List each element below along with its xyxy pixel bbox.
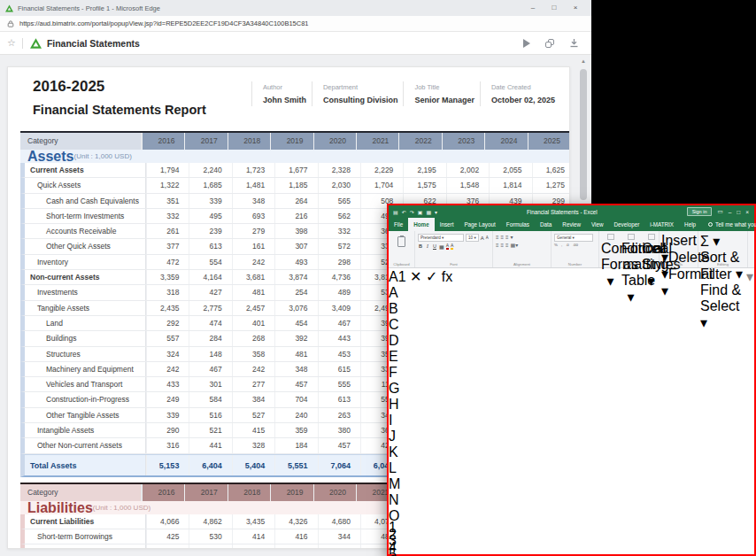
- comma-style-icon[interactable]: ,: [561, 243, 562, 247]
- cancel-entry-icon[interactable]: ✕: [410, 269, 421, 284]
- align-bottom-icon[interactable]: ≡: [505, 234, 509, 241]
- confirm-entry-icon[interactable]: ✓: [426, 269, 437, 284]
- row-header-2[interactable]: 2: [389, 531, 754, 538]
- tell-me-box[interactable]: Tell me what you want to do: [708, 218, 756, 231]
- value-cell: 489: [318, 285, 360, 299]
- shrink-font-icon[interactable]: A: [486, 236, 489, 240]
- close-icon[interactable]: ×: [565, 0, 586, 16]
- column-header-H[interactable]: H: [389, 397, 414, 413]
- excel-titlebar: ▤↶↷▣▦▾ Financial Statements - Excel Sign…: [389, 205, 754, 218]
- run-report-button[interactable]: [523, 39, 530, 48]
- save-icon[interactable]: ▤: [393, 209, 398, 215]
- ribbon-tab-page-layout[interactable]: Page Layout: [459, 218, 500, 231]
- ribbon-tab-file[interactable]: File: [389, 218, 408, 231]
- merge-center-icon[interactable]: ▦▾: [511, 242, 519, 249]
- percent-style-icon[interactable]: %: [554, 243, 558, 247]
- cells-group: Insert ▾Delete ▾Format ▾Cells: [660, 231, 698, 267]
- scroll-up-icon[interactable]: ▲: [579, 57, 588, 66]
- insert-function-icon[interactable]: fx: [442, 269, 452, 284]
- row-header-5[interactable]: 5: [389, 551, 754, 556]
- column-header-F[interactable]: F: [389, 365, 414, 381]
- font-size-select[interactable]: 10 ▾: [466, 234, 479, 242]
- find-select-button[interactable]: Find & Select ▾: [700, 282, 745, 331]
- redo-icon[interactable]: ↷: [410, 209, 414, 215]
- align-left-icon[interactable]: ≡: [496, 242, 499, 249]
- increase-decimal-icon[interactable]: .0: [566, 243, 569, 247]
- column-header-I[interactable]: I: [389, 413, 414, 429]
- column-header-C[interactable]: C: [389, 317, 392, 333]
- align-top-icon[interactable]: ≡: [496, 234, 499, 241]
- minimize-icon[interactable]: –: [522, 0, 544, 16]
- column-header-B[interactable]: B: [389, 301, 392, 317]
- decrease-decimal-icon[interactable]: .00: [573, 243, 578, 247]
- align-center-icon[interactable]: ≡: [501, 242, 505, 249]
- value-cell: 4,066: [146, 514, 189, 529]
- value-cell: 3,409: [318, 301, 360, 315]
- value-cell: 339: [189, 194, 231, 208]
- autosum-button[interactable]: Σ ▾: [700, 233, 745, 250]
- fill-color-icon[interactable]: A: [446, 243, 449, 250]
- ribbon-tab-developer[interactable]: Developer: [609, 218, 645, 231]
- ribbon-display-options-icon[interactable]: ▭: [717, 208, 722, 215]
- ribbon-tab-i-matrix[interactable]: i-MATRIX: [644, 218, 679, 231]
- name-box[interactable]: A1 ▾: [389, 269, 410, 284]
- align-right-icon[interactable]: ≡: [505, 242, 509, 249]
- ribbon-tab-help[interactable]: Help: [679, 218, 701, 231]
- column-header-A[interactable]: A: [389, 285, 392, 301]
- meta-item: Date CreatedOctober 02, 2025: [480, 81, 560, 106]
- undo-icon[interactable]: ↶: [402, 209, 406, 215]
- column-header-E[interactable]: E: [389, 349, 464, 365]
- font-name-select[interactable]: Pretendard ▾: [418, 234, 464, 242]
- ribbon-tab-view[interactable]: View: [586, 218, 609, 231]
- column-header-L[interactable]: L: [389, 460, 414, 476]
- paste-button[interactable]: [390, 236, 413, 247]
- download-report-button[interactable]: [569, 38, 579, 48]
- ribbon-tab-formulas[interactable]: Formulas: [501, 218, 535, 231]
- column-header-K[interactable]: K: [389, 444, 414, 460]
- sign-in-button[interactable]: Sign in: [687, 207, 713, 216]
- borders-icon[interactable]: ▦: [439, 243, 444, 250]
- format-as-table-button[interactable]: Format as Table ▾: [621, 233, 640, 305]
- excel-maximize-icon[interactable]: □: [737, 209, 740, 215]
- font-color-icon[interactable]: A: [451, 243, 453, 250]
- bold-button[interactable]: B: [418, 243, 423, 249]
- column-header-M[interactable]: M: [389, 476, 414, 492]
- total-label: Total Assets: [25, 455, 146, 475]
- column-header-D[interactable]: D: [389, 333, 392, 349]
- paste-values-icon[interactable]: ▦: [426, 209, 431, 215]
- camera-icon[interactable]: ▣: [418, 209, 423, 215]
- italic-button[interactable]: I: [425, 243, 430, 249]
- url-text[interactable]: https://aud.bimatrix.com/portal/popupVie…: [19, 19, 309, 27]
- ribbon-tab-review[interactable]: Review: [557, 218, 586, 231]
- underline-button[interactable]: U: [432, 243, 437, 249]
- conditional-formatting-button[interactable]: Conditional Formatting ▾: [601, 233, 620, 305]
- cell-styles-button[interactable]: Cell Styles ▾: [642, 233, 660, 305]
- row-header-4[interactable]: 4: [389, 544, 754, 552]
- excel-minimize-icon[interactable]: –: [729, 209, 732, 215]
- section-label: Assets: [27, 150, 73, 163]
- number-format-select[interactable]: General ▾: [554, 234, 593, 242]
- copy-icon: [545, 39, 554, 48]
- align-middle-icon[interactable]: ≡: [501, 234, 505, 241]
- column-header-J[interactable]: J: [389, 429, 414, 444]
- orientation-icon[interactable]: ▾: [511, 234, 513, 241]
- scrollbar-thumb[interactable]: [580, 69, 587, 200]
- quick-access-toolbar[interactable]: ▤↶↷▣▦▾: [393, 209, 437, 215]
- favorite-star-icon[interactable]: ☆: [7, 37, 16, 49]
- column-header-G[interactable]: G: [389, 381, 414, 397]
- qat-dropdown-icon[interactable]: ▾: [435, 209, 437, 215]
- column-header-N[interactable]: N: [389, 492, 414, 508]
- row-label: Accounts Receivable: [25, 224, 146, 238]
- grow-font-icon[interactable]: A: [481, 236, 484, 241]
- row-headers[interactable]: 1234567891011121314151617181920212223242…: [389, 524, 754, 556]
- value-cell: 415: [232, 423, 274, 437]
- ribbon-tab-insert[interactable]: Insert: [435, 218, 459, 231]
- row-header-1[interactable]: 1: [389, 524, 754, 531]
- copy-report-button[interactable]: [545, 39, 554, 48]
- excel-close-icon[interactable]: ×: [745, 209, 749, 215]
- value-cell: 693: [232, 209, 274, 223]
- maximize-icon[interactable]: □: [544, 0, 565, 16]
- ribbon-tab-data[interactable]: Data: [535, 218, 557, 231]
- ribbon-tab-home[interactable]: Home: [408, 218, 435, 231]
- row-header-3[interactable]: 3: [389, 537, 754, 544]
